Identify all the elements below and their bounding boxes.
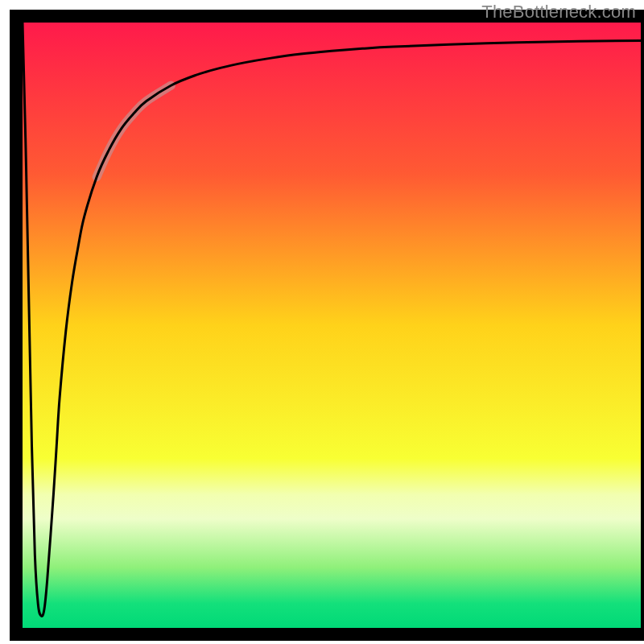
bottleneck-chart: [0, 0, 644, 644]
watermark-text: TheBottleneck.com: [481, 2, 636, 23]
chart-container: TheBottleneck.com: [0, 0, 644, 644]
plot-background: [23, 23, 641, 628]
